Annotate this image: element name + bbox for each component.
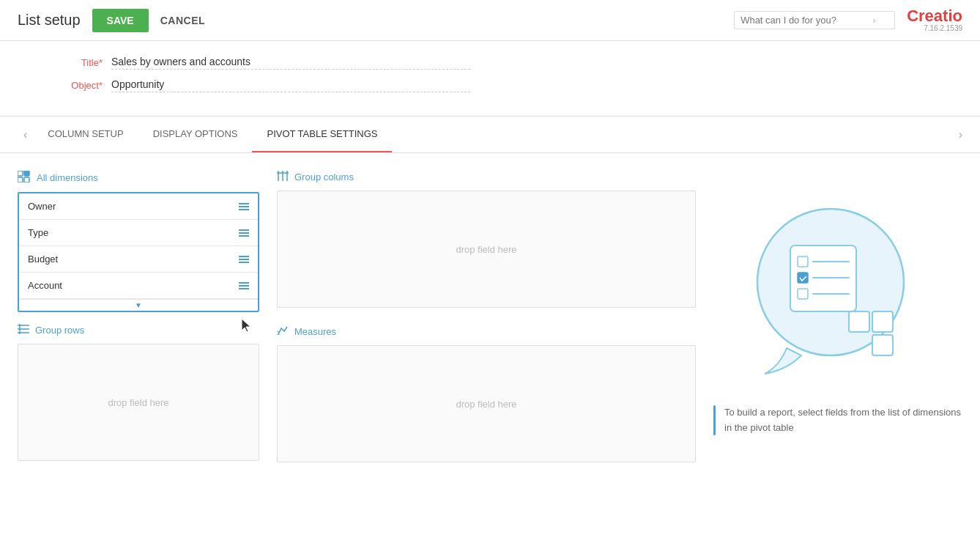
illustration-wrapper: [743, 198, 933, 391]
list-item[interactable]: Budget: [19, 246, 258, 273]
measures-icon: Σ: [277, 325, 289, 338]
group-rows-drop-zone[interactable]: drop field here: [18, 344, 259, 461]
scroll-down-button[interactable]: ▼: [19, 299, 258, 311]
drag-handle-icon[interactable]: [239, 203, 249, 210]
object-row: Object* Opportunity: [44, 78, 936, 92]
title-label: Title*: [44, 57, 103, 68]
dimension-name: Type: [28, 227, 48, 238]
dimension-name: Account: [28, 280, 62, 291]
svg-marker-4: [242, 319, 250, 332]
measures-panel: Σ Measures drop field here: [277, 325, 696, 462]
logo: Creatio 7.16.2.1539: [907, 8, 962, 32]
dimensions-list-wrapper: Owner Type: [18, 192, 259, 312]
object-value: Opportunity: [111, 78, 470, 92]
group-columns-drop-text: drop field here: [456, 244, 516, 255]
measures-drop-zone[interactable]: drop field here: [277, 345, 696, 462]
dimension-name: Budget: [28, 254, 58, 265]
illustration-svg: [743, 198, 933, 388]
svg-rect-24: [872, 335, 893, 355]
header: List setup SAVE CANCEL › Creatio 7.16.2.…: [0, 0, 980, 41]
svg-rect-22: [849, 311, 869, 332]
list-item[interactable]: Type: [19, 220, 258, 246]
info-box: To build a report, select fields from th…: [713, 405, 962, 436]
tabs-bar: ‹ COLUMN SETUP DISPLAY OPTIONS PIVOT TAB…: [0, 117, 980, 153]
group-rows-section: Group rows drop field here: [18, 324, 259, 461]
main-content: All dimensions Owner Type: [0, 153, 980, 480]
cursor-indicator: [242, 319, 252, 334]
header-left: List setup SAVE CANCEL: [18, 9, 205, 32]
tab-nav-right[interactable]: ›: [959, 128, 962, 141]
all-dimensions-header[interactable]: All dimensions: [18, 171, 259, 185]
group-columns-header: Group colums: [277, 171, 696, 183]
svg-text:Σ: Σ: [277, 330, 281, 336]
form-area: Title* Sales by owners and accounts Obje…: [0, 41, 980, 117]
dimensions-list: Owner Type: [18, 192, 259, 312]
object-label: Object*: [44, 80, 103, 91]
illustration-area: To build a report, select fields from th…: [713, 171, 962, 462]
header-right: › Creatio 7.16.2.1539: [734, 8, 962, 32]
svg-rect-2: [24, 171, 29, 176]
measures-header: Σ Measures: [277, 325, 696, 338]
search-input[interactable]: [740, 15, 872, 26]
all-dimensions-label: All dimensions: [37, 172, 98, 183]
dimensions-icon: [18, 171, 31, 185]
save-button[interactable]: SAVE: [92, 9, 149, 32]
list-item[interactable]: Account: [19, 273, 258, 299]
svg-rect-3: [24, 177, 29, 182]
svg-rect-23: [872, 311, 893, 332]
group-rows-label: Group rows: [35, 325, 84, 336]
center-panels: Group colums drop field here Σ Measures …: [277, 171, 696, 462]
group-columns-panel: Group colums drop field here: [277, 171, 696, 308]
group-columns-icon: [277, 171, 289, 183]
drag-handle-icon[interactable]: [239, 282, 249, 289]
group-rows-icon: [18, 324, 29, 336]
info-text: To build a report, select fields from th…: [724, 405, 962, 436]
info-line: [713, 405, 716, 436]
measures-label: Measures: [294, 326, 336, 337]
logo-version: 7.16.2.1539: [924, 24, 962, 32]
title-value: Sales by owners and accounts: [111, 56, 470, 70]
svg-rect-0: [18, 171, 23, 176]
search-box: ›: [734, 11, 895, 29]
tab-display-options[interactable]: DISPLAY OPTIONS: [138, 117, 253, 152]
page-title: List setup: [18, 12, 81, 29]
logo-text: Creatio: [907, 8, 962, 24]
drag-handle-icon[interactable]: [239, 229, 249, 237]
measures-drop-text: drop field here: [456, 399, 516, 410]
group-rows-drop-text: drop field here: [108, 397, 168, 408]
group-columns-drop-zone[interactable]: drop field here: [277, 191, 696, 308]
group-rows-header: Group rows: [18, 324, 259, 336]
list-item[interactable]: Owner: [19, 193, 258, 220]
title-row: Title* Sales by owners and accounts: [44, 56, 936, 70]
tab-pivot-settings[interactable]: PIVOT TABLE SETTINGS: [252, 117, 392, 152]
group-columns-label: Group colums: [294, 171, 354, 182]
tab-nav-left[interactable]: ‹: [18, 118, 33, 152]
dimension-name: Owner: [28, 201, 56, 212]
left-panel: All dimensions Owner Type: [18, 171, 259, 462]
tab-column-setup[interactable]: COLUMN SETUP: [33, 117, 138, 152]
svg-rect-17: [798, 273, 808, 283]
drag-handle-icon[interactable]: [239, 256, 249, 263]
cancel-button[interactable]: CANCEL: [160, 15, 205, 26]
svg-rect-1: [18, 177, 23, 182]
search-arrow-icon: ›: [872, 15, 875, 26]
